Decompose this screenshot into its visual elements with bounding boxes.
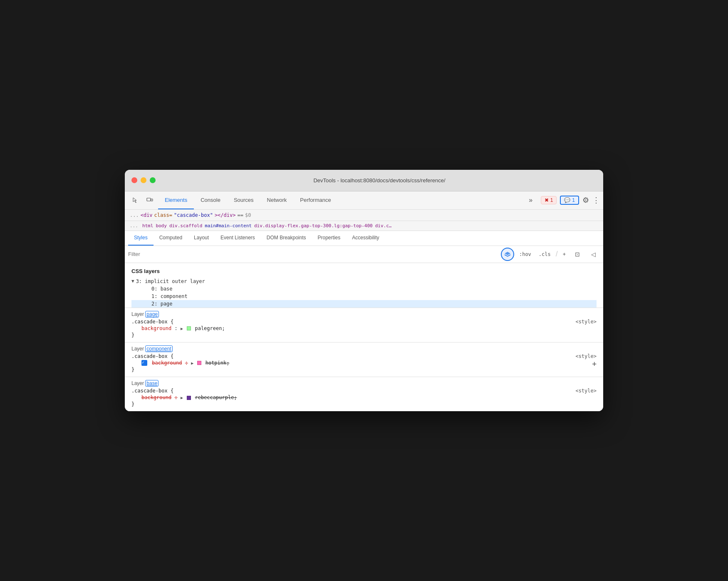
add-style-button[interactable]: +: [560, 251, 568, 258]
dom-path-last[interactable]: div.c…: [375, 223, 392, 228]
breadcrumb-attr-name: class=: [154, 212, 172, 218]
page-bg-value: palegreen;: [195, 325, 225, 331]
component-selector-text: .cascade-box {: [131, 353, 173, 359]
title-bar: DevTools - localhost:8080/docs/devtools/…: [125, 170, 603, 191]
base-bg-value: rebeccapurple;: [195, 395, 237, 400]
maximize-button[interactable]: [150, 177, 156, 183]
tab-elements[interactable]: Elements: [158, 191, 194, 209]
page-layer-label: Layer page: [131, 311, 597, 317]
breadcrumb-tag-close: ></div>: [215, 212, 236, 218]
component-source[interactable]: <style>: [575, 353, 597, 359]
base-bg-swatch[interactable]: [187, 396, 191, 400]
more-options-button[interactable]: ⋮: [592, 196, 600, 205]
page-prop-background: background : ▶ palegreen;: [131, 325, 597, 331]
page-source[interactable]: <style>: [575, 319, 597, 325]
base-selector-text: .cascade-box {: [131, 388, 173, 394]
component-prop-background: background : ▶ hotpink; +: [131, 360, 597, 366]
component-bg-swatch[interactable]: [197, 361, 201, 365]
layer-base[interactable]: 0: base: [131, 285, 597, 293]
dom-path-main[interactable]: main#main-content: [205, 223, 252, 228]
dom-path: ... html body div.scaffold main#main-con…: [125, 221, 603, 231]
new-style-rule-button[interactable]: ⊡: [571, 248, 584, 261]
dom-path-body[interactable]: body: [156, 223, 167, 228]
dom-path-scaffold[interactable]: div.scaffold: [169, 223, 202, 228]
breadcrumb-dots: ...: [130, 212, 139, 218]
css-layers-title: CSS layers: [131, 268, 597, 274]
nav-tabs: Elements Console Sources Network Perform…: [158, 191, 522, 209]
nav-overflow: » ✖ 1 💬 1 ⚙ ⋮: [524, 194, 600, 207]
base-source[interactable]: <style>: [575, 388, 597, 394]
page-selector-text: .cascade-box {: [131, 319, 173, 325]
component-bg-checkbox[interactable]: [141, 360, 147, 366]
component-bg-value: hotpink;: [206, 360, 230, 366]
base-close-brace: }: [131, 401, 597, 407]
close-button[interactable]: [131, 177, 137, 183]
tab-event-listeners[interactable]: Event Listeners: [215, 231, 261, 246]
page-layer-link[interactable]: page: [145, 311, 159, 318]
layer-page[interactable]: 2: page: [131, 300, 597, 308]
cls-button[interactable]: .cls: [536, 251, 553, 258]
base-layer-link[interactable]: base: [145, 380, 158, 387]
layers-button[interactable]: [501, 248, 514, 261]
component-layer-rule: Layer component .cascade-box { <style> b…: [125, 342, 603, 377]
svg-rect-1: [151, 199, 153, 201]
page-bg-swatch[interactable]: [187, 326, 191, 330]
layer-tree: ▼ 3: implicit outer layer 0: base 1: com…: [131, 278, 597, 308]
breadcrumb: ... <div class= "cascade-box" ></div> ==…: [125, 210, 603, 221]
page-bg-arrow[interactable]: ▶: [181, 326, 183, 331]
tab-accessibility[interactable]: Accessibility: [346, 231, 385, 246]
layer-component[interactable]: 1: component: [131, 293, 597, 300]
devtools-window: DevTools - localhost:8080/docs/devtools/…: [125, 170, 603, 412]
base-layer-label: Layer base: [131, 380, 597, 386]
info-badge[interactable]: 💬 1: [560, 196, 579, 205]
page-selector: .cascade-box { <style>: [131, 319, 597, 325]
page-layer-rule: Layer page .cascade-box { <style> backgr…: [125, 308, 603, 342]
breadcrumb-tag-open: <div: [141, 212, 153, 218]
hov-button[interactable]: :hov: [517, 251, 534, 258]
base-bg-prop: background: [141, 395, 171, 400]
filter-actions: :hov .cls / + ⊡ ◁: [501, 248, 600, 261]
tab-network[interactable]: Network: [260, 191, 294, 209]
page-close-brace: }: [131, 332, 597, 338]
styles-tabs: Styles Computed Layout Event Listeners D…: [125, 231, 603, 246]
arrow-icon: ▼: [131, 278, 134, 284]
component-bg-arrow[interactable]: ▶: [191, 361, 193, 365]
tab-sources[interactable]: Sources: [227, 191, 260, 209]
tab-computed[interactable]: Computed: [154, 231, 188, 246]
toggle-sidebar-button[interactable]: ◁: [587, 248, 600, 261]
minimize-button[interactable]: [141, 177, 146, 183]
component-layer-link[interactable]: component: [145, 345, 172, 352]
base-selector: .cascade-box { <style>: [131, 388, 597, 394]
base-prop-background: background : ▶ rebeccapurple;: [131, 395, 597, 400]
tab-console[interactable]: Console: [194, 191, 227, 209]
filter-separator: /: [556, 250, 558, 258]
main-content: CSS layers ▼ 3: implicit outer layer 0: …: [125, 263, 603, 412]
tab-performance[interactable]: Performance: [293, 191, 337, 209]
add-property-button[interactable]: +: [592, 360, 597, 367]
dom-path-dots: ...: [130, 223, 138, 228]
base-bg-arrow[interactable]: ▶: [181, 395, 183, 400]
breadcrumb-attr-val: "cascade-box": [174, 212, 213, 218]
traffic-lights: [131, 177, 156, 183]
layer-root-label: 3: implicit outer layer: [136, 278, 205, 284]
dom-path-flex[interactable]: div.display-flex.gap-top-300.lg:gap-top-…: [254, 223, 373, 228]
tab-properties[interactable]: Properties: [312, 231, 347, 246]
more-tabs-button[interactable]: »: [524, 194, 537, 207]
dom-path-html[interactable]: html: [142, 223, 154, 228]
tab-dom-breakpoints[interactable]: DOM Breakpoints: [261, 231, 312, 246]
layer-root[interactable]: ▼ 3: implicit outer layer: [131, 278, 597, 285]
tab-layout[interactable]: Layout: [188, 231, 215, 246]
component-selector: .cascade-box { <style>: [131, 353, 597, 359]
error-badge[interactable]: ✖ 1: [541, 196, 557, 204]
settings-button[interactable]: ⚙: [582, 196, 589, 205]
device-mode-button[interactable]: [143, 194, 156, 207]
device-icon: [146, 197, 153, 204]
tab-styles[interactable]: Styles: [128, 231, 154, 246]
filter-input[interactable]: [128, 251, 498, 257]
filter-bar: :hov .cls / + ⊡ ◁: [125, 246, 603, 263]
page-bg-prop: background: [141, 325, 171, 331]
component-bg-prop: background: [152, 360, 182, 366]
component-layer-label: Layer component: [131, 346, 597, 352]
component-close-brace: }: [131, 367, 597, 372]
inspect-element-button[interactable]: [128, 194, 141, 207]
